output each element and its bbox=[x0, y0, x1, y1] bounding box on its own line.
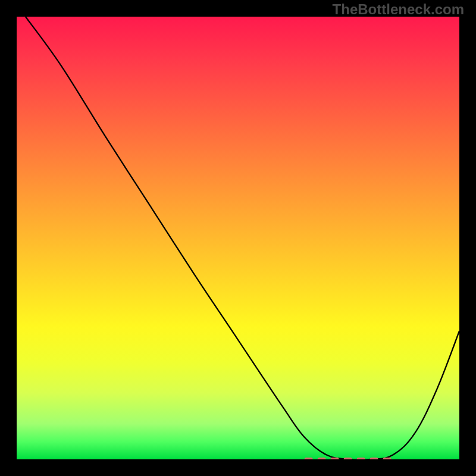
chart-svg bbox=[17, 17, 459, 459]
svg-rect-5 bbox=[370, 458, 378, 459]
svg-rect-0 bbox=[305, 458, 313, 459]
svg-rect-2 bbox=[331, 458, 339, 459]
svg-rect-3 bbox=[344, 458, 352, 459]
watermark-text: TheBottleneck.com bbox=[333, 1, 464, 18]
curve-line bbox=[26, 17, 459, 459]
chart-frame: TheBottleneck.com bbox=[0, 0, 476, 476]
svg-rect-6 bbox=[383, 458, 392, 459]
svg-rect-4 bbox=[357, 458, 365, 459]
svg-rect-1 bbox=[318, 458, 326, 459]
plot-area bbox=[17, 17, 459, 459]
